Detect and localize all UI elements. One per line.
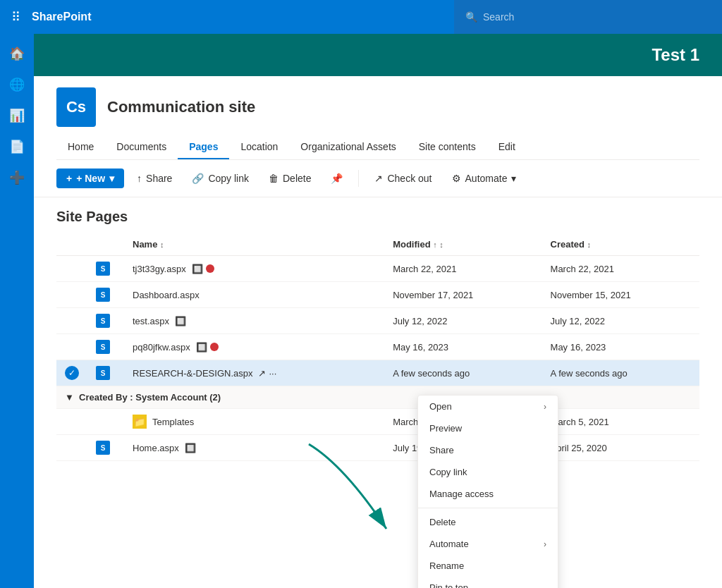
context-menu-copy-link[interactable]: Copy link — [418, 461, 558, 483]
table-row: S test.aspx 🔲 July 12, 2022 July 12, 202… — [56, 308, 699, 334]
row-checkbox[interactable] — [56, 435, 87, 461]
filename[interactable]: Dashboard.aspx — [133, 290, 200, 300]
plus-icon: + — [66, 173, 72, 184]
search-icon: 🔍 — [465, 11, 477, 23]
context-menu-share[interactable]: Share — [418, 439, 558, 461]
search-box[interactable]: 🔍 — [454, 0, 722, 34]
sidebar-home-icon[interactable]: 🏠 — [3, 39, 31, 68]
sharepoint-logo: SharePoint — [32, 11, 91, 23]
table-row: S pq80jfkw.aspx 🔲 May 16, 2023 May 16, 2… — [56, 334, 699, 360]
site-identity: Cs Communication site — [56, 87, 699, 127]
row-name: RESEARCH-&-DESIGN.aspx ↗ ··· — [124, 360, 384, 386]
row-checkbox[interactable] — [56, 308, 87, 334]
row-checkbox[interactable]: ✓ — [56, 360, 87, 386]
sidebar-add-icon[interactable]: ➕ — [3, 164, 31, 192]
pin-button[interactable]: 📌 — [324, 169, 350, 188]
row-name: Dashboard.aspx — [124, 282, 384, 308]
new-dropdown-icon: ▾ — [109, 173, 114, 184]
col-created-header[interactable]: Created ↕ — [542, 233, 699, 256]
nav-edit[interactable]: Edit — [487, 135, 527, 159]
error-indicator — [210, 343, 219, 351]
automate-button[interactable]: ⚙ Automate ▾ — [445, 169, 524, 188]
search-input[interactable] — [483, 11, 711, 23]
col-name-header[interactable]: Name ↕ — [124, 233, 384, 256]
row-filetype: S — [87, 334, 124, 360]
row-created: A few seconds ago — [542, 360, 699, 386]
delete-label: Delete — [283, 173, 311, 184]
view-icon: 🔲 — [175, 316, 186, 326]
sort-asc-icon: ↑ — [433, 240, 437, 249]
sharepoint-file-icon: S — [96, 262, 110, 276]
context-menu-share-label: Share — [429, 445, 454, 455]
row-name: pq80jfkw.aspx 🔲 — [124, 334, 384, 360]
context-menu-manage-access[interactable]: Manage access — [418, 483, 558, 505]
row-filetype: S — [87, 360, 124, 386]
filename[interactable]: tj3t33gy.aspx — [133, 264, 186, 274]
sharepoint-file-icon: S — [96, 366, 110, 380]
automate-label: Automate — [465, 173, 508, 184]
table-row: S Dashboard.aspx November 17, 2021 Novem… — [56, 282, 699, 308]
share-button[interactable]: ↑ Share — [130, 169, 179, 188]
nav-org-assets[interactable]: Organizational Assets — [289, 135, 407, 159]
row-checkbox[interactable] — [56, 334, 87, 360]
context-menu-automate-label: Automate — [429, 539, 469, 549]
filename[interactable]: RESEARCH-&-DESIGN.aspx — [133, 368, 252, 379]
automate-icon: ⚙ — [452, 173, 461, 184]
row-created: July 12, 2022 — [542, 308, 699, 334]
waffle-icon[interactable]: ⠿ — [8, 6, 23, 27]
context-menu-delete[interactable]: Delete — [418, 511, 558, 533]
delete-button[interactable]: 🗑 Delete — [262, 169, 318, 188]
row-name: tj3t33gy.aspx 🔲 — [124, 256, 384, 282]
context-menu-pin-to-top[interactable]: Pin to top — [418, 577, 558, 588]
more-icon[interactable]: ··· — [269, 368, 276, 379]
row-created: March 5, 2021 — [542, 409, 699, 435]
col-modified-header[interactable]: Modified ↑ ↕ — [384, 233, 542, 256]
context-menu-open[interactable]: Open › — [418, 396, 558, 417]
site-banner: Test 1 — [34, 34, 722, 76]
row-modified: A few seconds ago — [384, 360, 542, 386]
sharepoint-file-icon: S — [96, 441, 110, 455]
nav-site-contents[interactable]: Site contents — [408, 135, 487, 159]
context-menu-preview-label: Preview — [429, 423, 462, 434]
sidebar-pages-icon[interactable]: 📄 — [3, 133, 31, 161]
filename[interactable]: Home.aspx — [133, 443, 179, 453]
row-filetype — [87, 409, 124, 435]
error-indicator — [206, 264, 214, 273]
file-table: Name ↕ Modified ↑ ↕ Created ↕ S tj3t33gy… — [56, 233, 699, 461]
col-type-header — [87, 233, 124, 256]
filename[interactable]: Templates — [152, 417, 194, 427]
copy-link-button[interactable]: 🔗 Copy link — [185, 169, 256, 188]
row-filetype: S — [87, 256, 124, 282]
automate-dropdown-icon: ▾ — [511, 173, 516, 184]
row-modified: November 17, 2021 — [384, 282, 542, 308]
new-button[interactable]: + + New ▾ — [56, 169, 124, 188]
nav-location[interactable]: Location — [229, 135, 289, 159]
checkout-button[interactable]: ↗ Check out — [367, 169, 439, 188]
nav-pages[interactable]: Pages — [178, 135, 229, 159]
sidebar-news-icon[interactable]: 📊 — [3, 102, 31, 130]
row-checkbox[interactable] — [56, 256, 87, 282]
filename[interactable]: pq80jfkw.aspx — [133, 342, 190, 353]
row-checkbox[interactable] — [56, 409, 87, 435]
col-checkbox-header — [56, 233, 87, 256]
filename[interactable]: test.aspx — [133, 316, 169, 326]
row-filetype: S — [87, 282, 124, 308]
collapse-icon[interactable]: ▼ — [65, 392, 74, 403]
checkout-icon: ↗ — [374, 173, 383, 184]
toolbar: + + New ▾ ↑ Share 🔗 Copy link 🗑 Delete 📌 — [34, 160, 722, 197]
left-sidebar: 🏠 🌐 📊 📄 ➕ — [0, 34, 34, 588]
context-menu-preview[interactable]: Preview — [418, 417, 558, 439]
sidebar-globe-icon[interactable]: 🌐 — [3, 71, 31, 99]
context-menu-divider — [418, 508, 558, 508]
pin-icon: 📌 — [331, 173, 343, 184]
top-bar: ⠿ SharePoint 🔍 — [0, 0, 722, 34]
share-icon: ↑ — [137, 173, 142, 184]
nav-documents[interactable]: Documents — [105, 135, 178, 159]
row-created: April 25, 2020 — [542, 435, 699, 461]
context-menu-rename[interactable]: Rename — [418, 555, 558, 577]
submenu-arrow-icon: › — [544, 539, 546, 549]
share-row-icon[interactable]: ↗ — [258, 368, 266, 379]
context-menu-automate[interactable]: Automate › — [418, 533, 558, 555]
row-checkbox[interactable] — [56, 282, 87, 308]
nav-home[interactable]: Home — [56, 135, 105, 159]
